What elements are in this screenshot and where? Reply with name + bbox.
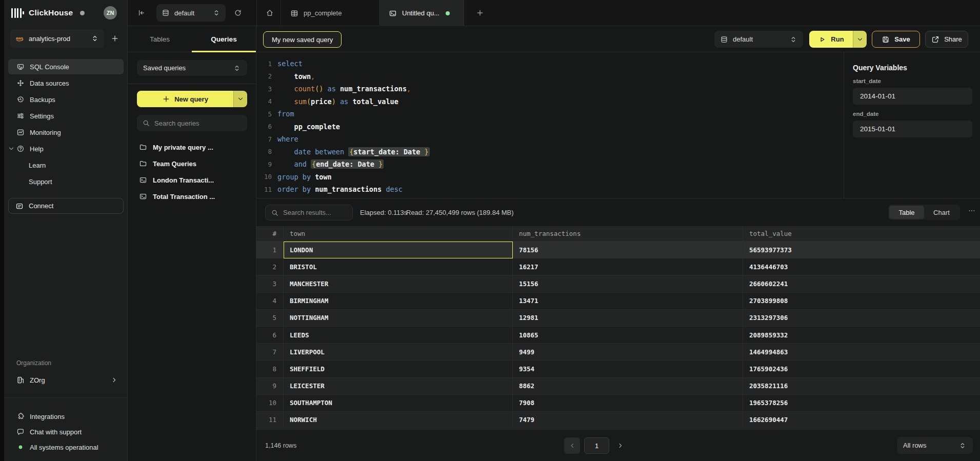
saved-query-item-team-queries[interactable]: Team Queries — [133, 156, 251, 171]
table-cell[interactable]: 2703899808 — [743, 293, 980, 310]
view-tab-table[interactable]: Table — [889, 206, 924, 219]
sidebar-item-settings[interactable]: Settings — [8, 108, 124, 124]
code-line-11[interactable]: 11order by num_transactions desc — [256, 183, 844, 196]
panel-tab-queries[interactable]: Queries — [192, 26, 256, 52]
table-cell[interactable]: 9354 — [513, 360, 743, 377]
table-cell[interactable]: 2313297306 — [743, 310, 980, 327]
table-cell[interactable]: LONDON — [284, 242, 513, 258]
saved-query-item-london-transacti[interactable]: London Transacti... — [133, 173, 251, 187]
sidebar-item-help[interactable]: Help — [8, 141, 124, 156]
table-cell[interactable]: 12981 — [513, 310, 743, 327]
table-cell[interactable]: 4 — [256, 293, 284, 310]
sidebar-item-backups[interactable]: Backups — [8, 92, 124, 107]
column-header-total-value[interactable]: total_value — [743, 226, 980, 242]
code-line-6[interactable]: 6 pp_complete — [256, 121, 844, 133]
connect-button[interactable]: Connect — [8, 198, 124, 214]
home-button[interactable] — [262, 5, 277, 21]
sidebar-subitem-learn[interactable]: Learn — [8, 157, 124, 173]
table-cell[interactable]: LEEDS — [284, 327, 513, 344]
run-options-button[interactable] — [853, 31, 867, 48]
workspace-selector[interactable]: aws analytics-prod — [10, 29, 104, 48]
saved-query-tab[interactable]: My new saved query — [263, 31, 342, 48]
code-line-8[interactable]: 8 date between {start_date: Date } — [256, 146, 844, 158]
sidebar-item-monitoring[interactable]: Monitoring — [8, 125, 124, 140]
table-cell[interactable]: SHEFFIELD — [284, 360, 513, 377]
current-page[interactable]: 1 — [584, 437, 609, 454]
workspace-tab-untitled-qu[interactable]: Untitled qu... — [379, 0, 464, 26]
next-page-button[interactable] — [613, 437, 628, 454]
table-cell[interactable]: 7479 — [513, 412, 743, 429]
table-cell[interactable]: 1662690447 — [743, 412, 980, 429]
table-cell[interactable]: NORWICH — [284, 412, 513, 429]
collapse-sidebar-button[interactable] — [134, 5, 149, 21]
table-cell[interactable]: 8862 — [513, 378, 743, 395]
code-line-3[interactable]: 3 count() as num_transactions, — [256, 83, 844, 95]
saved-query-item-my-private-query[interactable]: My private query ... — [133, 140, 251, 154]
code-line-1[interactable]: 1select — [256, 57, 844, 70]
chevron-down-icon[interactable] — [7, 145, 15, 153]
code-line-9[interactable]: 9 and {end_date: Date } — [256, 158, 844, 171]
table-cell[interactable]: 8 — [256, 360, 284, 377]
table-cell[interactable]: 6 — [256, 327, 284, 344]
footer-item-chat-with-support[interactable]: Chat with support — [8, 424, 124, 439]
sidebar-item-data-sources[interactable]: Data sources — [8, 75, 124, 91]
refresh-button[interactable] — [230, 5, 246, 21]
save-button[interactable]: Save — [872, 31, 920, 48]
view-tab-chart[interactable]: Chart — [924, 206, 959, 219]
saved-queries-selector[interactable]: Saved queries — [137, 60, 247, 76]
table-cell[interactable]: BRISTOL — [284, 258, 513, 275]
code-line-2[interactable]: 2 town, — [256, 70, 844, 83]
table-cell[interactable]: 5 — [256, 310, 284, 327]
table-cell[interactable]: BIRMINGHAM — [284, 293, 513, 310]
table-cell[interactable]: 9 — [256, 378, 284, 395]
table-cell[interactable]: 15156 — [513, 275, 743, 292]
table-cell[interactable]: 4136446703 — [743, 258, 980, 275]
table-cell[interactable]: LIVERPOOL — [284, 344, 513, 360]
table-cell[interactable]: 1765902436 — [743, 360, 980, 377]
table-cell[interactable]: 2 — [256, 258, 284, 275]
footer-item-all-systems-operational[interactable]: All systems operational — [8, 439, 124, 455]
sidebar-item-sql-console[interactable]: SQL Console — [8, 59, 124, 74]
code-line-4[interactable]: 4 sum(price) as total_value — [256, 95, 844, 108]
share-button[interactable]: Share — [925, 31, 968, 48]
table-cell[interactable]: MANCHESTER — [284, 275, 513, 292]
code-line-10[interactable]: 10group by town — [256, 171, 844, 184]
table-cell[interactable]: LEICESTER — [284, 378, 513, 395]
new-tab-button[interactable] — [472, 5, 488, 21]
table-cell[interactable]: 10865 — [513, 327, 743, 344]
new-query-button[interactable]: New query — [137, 91, 247, 107]
search-results-input[interactable] — [283, 209, 347, 216]
organization-selector[interactable]: ZOrg — [8, 372, 124, 388]
search-queries-input[interactable] — [154, 119, 242, 127]
prev-page-button[interactable] — [564, 437, 580, 454]
code-line-7[interactable]: 7where — [256, 133, 844, 146]
column-header-town[interactable]: town — [284, 226, 513, 242]
sql-editor[interactable]: 1select2 town,3 count() as num_transacti… — [256, 52, 844, 198]
table-cell[interactable]: 3 — [256, 275, 284, 292]
add-service-button[interactable] — [108, 32, 122, 45]
panel-tab-tables[interactable]: Tables — [128, 26, 192, 52]
table-cell[interactable]: 7908 — [513, 395, 743, 412]
table-cell[interactable]: NOTTINGHAM — [284, 310, 513, 327]
table-cell[interactable]: 11 — [256, 412, 284, 429]
table-cell[interactable]: 7 — [256, 344, 284, 360]
sidebar-subitem-support[interactable]: Support — [8, 174, 124, 189]
table-cell[interactable]: 2660602241 — [743, 275, 980, 292]
variable-input-start-date[interactable] — [853, 88, 972, 105]
page-size-selector[interactable]: All rows — [897, 437, 973, 454]
table-cell[interactable]: 1 — [256, 242, 284, 258]
table-cell[interactable]: SOUTHAMPTON — [284, 395, 513, 412]
workspace-tab-pp-complete[interactable]: pp_complete — [281, 0, 379, 26]
table-cell[interactable]: 1464994863 — [743, 344, 980, 360]
column-header-num-transactions[interactable]: num_transactions — [513, 226, 743, 242]
footer-item-integrations[interactable]: Integrations — [8, 409, 124, 424]
new-query-dropdown-button[interactable] — [233, 91, 247, 107]
variable-input-end-date[interactable] — [853, 121, 972, 137]
table-cell[interactable]: 16217 — [513, 258, 743, 275]
more-options-button[interactable] — [968, 207, 976, 215]
column-header-index[interactable]: # — [256, 226, 284, 242]
table-cell[interactable]: 1965378256 — [743, 395, 980, 412]
avatar[interactable]: ZN — [104, 6, 117, 19]
code-line-5[interactable]: 5from — [256, 108, 844, 121]
table-cell[interactable]: 56593977373 — [743, 242, 980, 258]
